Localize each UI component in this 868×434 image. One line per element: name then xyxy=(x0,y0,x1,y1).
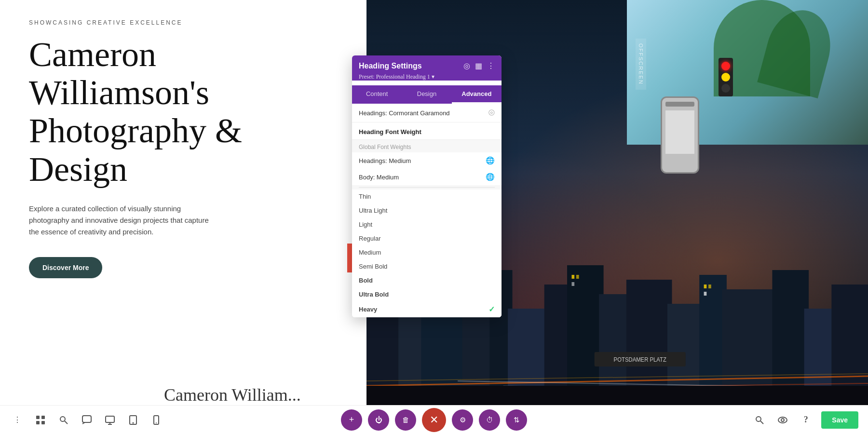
font-selector-label: Headings: Cormorant Garamond xyxy=(359,109,450,117)
panel-preset[interactable]: Preset: Professional Heading 1 ▾ xyxy=(359,73,495,81)
panel-header-icons: ◎ ▦ ⋮ xyxy=(463,61,495,70)
panel-header-top: Heading Settings ◎ ▦ ⋮ xyxy=(359,61,495,70)
svg-rect-43 xyxy=(106,416,114,422)
fw-regular[interactable]: Regular xyxy=(352,231,502,245)
fw-body-label: Body: Medium xyxy=(359,174,399,181)
panel-header: Heading Settings ◎ ▦ ⋮ Preset: Professio… xyxy=(352,55,502,81)
fw-headings-medium[interactable]: Headings: Medium 🌐 xyxy=(352,152,502,169)
svg-point-52 xyxy=(778,417,787,423)
adjust-button[interactable]: ⇅ xyxy=(506,409,527,431)
toolbar-comment-icon[interactable] xyxy=(79,412,95,428)
history-button[interactable]: ⏱ xyxy=(479,409,500,431)
traffic-light-green xyxy=(721,84,730,93)
traffic-light-red xyxy=(721,62,730,70)
svg-point-49 xyxy=(156,422,157,423)
bottom-heading-partial: Cameron William... xyxy=(164,385,301,405)
tab-advanced[interactable]: Advanced xyxy=(452,85,502,104)
fw-ultra-bold[interactable]: Ultra Bold xyxy=(352,287,502,301)
panel-tabs: Content Design Advanced xyxy=(352,85,502,104)
font-weight-list: Global Font Weights Headings: Medium 🌐 B… xyxy=(352,139,502,317)
fw-semi-bold[interactable]: Semi Bold xyxy=(352,259,502,273)
page-wrapper: SHOWCASING CREATIVE EXCELLENCE Cameron W… xyxy=(0,0,868,434)
fw-heavy[interactable]: Heavy ✓ xyxy=(352,301,502,317)
fw-headings-label: Headings: Medium xyxy=(359,157,411,164)
toolbar-left: ⋮ xyxy=(10,412,164,428)
add-button[interactable]: + xyxy=(341,409,362,431)
fw-medium[interactable]: Medium xyxy=(352,245,502,259)
toolbar-center: + ⏻ 🗑 ✕ ⚙ ⏱ ⇅ xyxy=(341,408,527,432)
close-button[interactable]: ✕ xyxy=(422,408,446,432)
svg-rect-38 xyxy=(41,421,45,424)
toolbar-eye-icon[interactable] xyxy=(775,412,790,428)
tab-design[interactable]: Design xyxy=(402,85,451,104)
svg-rect-36 xyxy=(41,416,45,419)
fw-ultra-light[interactable]: Ultra Light xyxy=(352,203,502,217)
svg-rect-41 xyxy=(82,416,91,422)
panel-body: Headings: Cormorant Garamond ⦾ Heading F… xyxy=(352,104,502,317)
svg-text:POTSDAMER PLATZ: POTSDAMER PLATZ xyxy=(614,356,666,363)
font-selector-arrow: ⦾ xyxy=(488,108,495,117)
svg-rect-22 xyxy=(576,275,579,279)
discover-more-button[interactable]: Discover More xyxy=(29,257,102,278)
heading-settings-panel: Heading Settings ◎ ▦ ⋮ Preset: Professio… xyxy=(352,55,502,317)
fw-thin[interactable]: Thin xyxy=(352,190,502,203)
toolbar-desktop-icon[interactable] xyxy=(102,412,118,428)
fw-divider xyxy=(359,187,495,188)
trash-button[interactable]: 🗑 xyxy=(395,409,416,431)
svg-rect-35 xyxy=(36,416,40,419)
settings-button[interactable]: ⚙ xyxy=(452,409,473,431)
bottom-toolbar: ⋮ + ⏻ 🗑 ✕ ⚙ ⏱ xyxy=(0,405,868,434)
svg-point-47 xyxy=(133,422,134,423)
fw-heavy-label: Heavy xyxy=(359,306,377,313)
svg-point-53 xyxy=(781,419,784,421)
description: Explore a curated collection of visually… xyxy=(29,203,212,238)
svg-point-39 xyxy=(60,417,65,421)
subtitle: SHOWCASING CREATIVE EXCELLENCE xyxy=(29,19,338,26)
fw-heavy-check: ✓ xyxy=(488,305,495,314)
font-weight-section-title: Heading Font Weight xyxy=(352,122,502,139)
traffic-light xyxy=(719,58,733,96)
offscreen-label: Offscreen xyxy=(636,39,646,90)
target-icon[interactable]: ◎ xyxy=(463,61,470,70)
traffic-light-yellow xyxy=(721,73,730,81)
toolbar-mobile-icon[interactable] xyxy=(149,412,164,428)
svg-rect-25 xyxy=(708,285,711,288)
toolbar-menu-icon[interactable]: ⋮ xyxy=(10,412,25,428)
fw-light[interactable]: Light xyxy=(352,217,502,231)
more-icon[interactable]: ⋮ xyxy=(487,61,495,70)
svg-point-50 xyxy=(756,417,761,421)
svg-rect-23 xyxy=(571,282,574,286)
svg-rect-21 xyxy=(571,275,574,279)
globe-icon-body: 🌐 xyxy=(486,173,495,181)
panel-title: Heading Settings xyxy=(359,62,422,70)
svg-line-40 xyxy=(65,421,68,424)
fw-body-medium[interactable]: Body: Medium 🌐 xyxy=(352,169,502,185)
svg-rect-37 xyxy=(36,421,40,424)
toolbar-right: ? Save xyxy=(752,411,858,429)
toolbar-grid-icon[interactable] xyxy=(33,412,48,428)
power-button[interactable]: ⏻ xyxy=(368,409,389,431)
font-selector-row[interactable]: Headings: Cormorant Garamond ⦾ xyxy=(352,104,502,122)
toolbar-search-icon[interactable] xyxy=(56,412,71,428)
svg-line-51 xyxy=(760,421,763,424)
grid-icon[interactable]: ▦ xyxy=(475,61,482,70)
left-content: SHOWCASING CREATIVE EXCELLENCE Cameron W… xyxy=(0,0,366,434)
svg-rect-24 xyxy=(704,285,707,288)
device-mockup xyxy=(661,96,699,174)
tab-content[interactable]: Content xyxy=(352,85,402,104)
toolbar-tablet-icon[interactable] xyxy=(125,412,141,428)
svg-rect-26 xyxy=(704,292,707,296)
toolbar-help-icon[interactable]: ? xyxy=(798,412,814,428)
save-button[interactable]: Save xyxy=(821,411,858,429)
global-font-weights-label: Global Font Weights xyxy=(352,140,502,152)
globe-icon-headings: 🌐 xyxy=(486,156,495,165)
toolbar-search-right-icon[interactable] xyxy=(752,412,767,428)
main-heading: Cameron Williamson's Photography & Desig… xyxy=(29,36,338,189)
fw-bold[interactable]: Bold xyxy=(352,273,502,287)
